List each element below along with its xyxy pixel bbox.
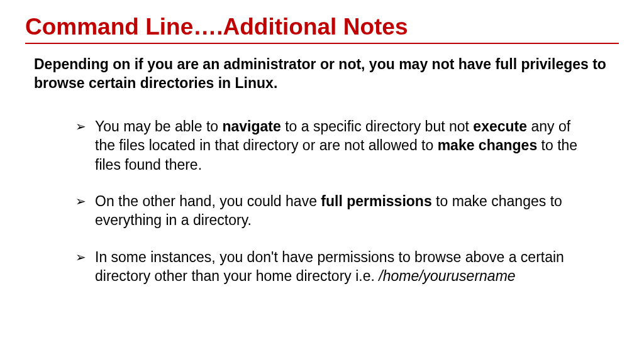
list-item: ➢ On the other hand, you could have full…: [75, 192, 594, 230]
title-rule: [25, 43, 619, 44]
arrow-icon: ➢: [75, 119, 86, 134]
bullet-text: On the other hand, you could have full p…: [95, 192, 594, 230]
arrow-icon: ➢: [75, 194, 86, 209]
slide-title: Command Line….Additional Notes: [25, 14, 619, 40]
intro-paragraph: Depending on if you are an administrator…: [34, 55, 613, 93]
bullet-text: You may be able to navigate to a specifi…: [95, 117, 594, 174]
list-item: ➢ You may be able to navigate to a speci…: [75, 117, 594, 174]
list-item: ➢ In some instances, you don't have perm…: [75, 248, 594, 286]
slide: Command Line….Additional Notes Depending…: [0, 0, 644, 362]
bullet-list: ➢ You may be able to navigate to a speci…: [75, 117, 594, 286]
bullet-text: In some instances, you don't have permis…: [95, 248, 594, 286]
arrow-icon: ➢: [75, 250, 86, 265]
